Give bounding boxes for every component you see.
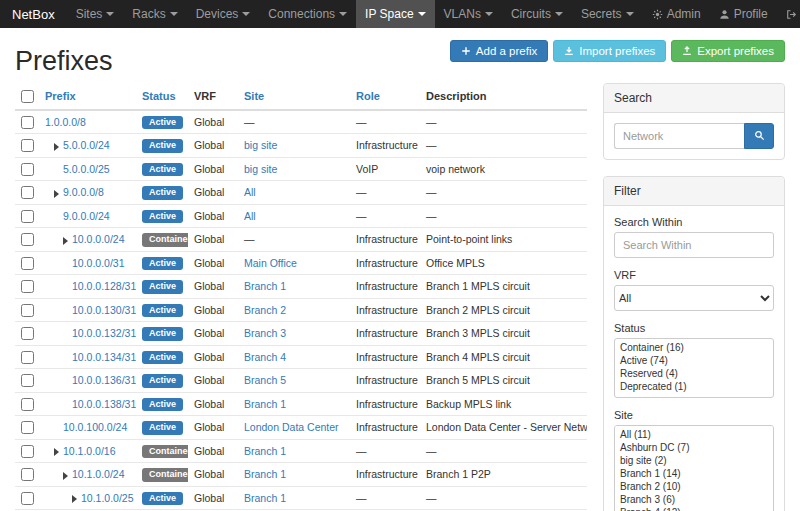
- add-prefix-button[interactable]: Add a prefix: [450, 40, 548, 62]
- tree-expand-icon: [63, 237, 68, 245]
- site-link[interactable]: Branch 5: [244, 374, 286, 386]
- filter-option[interactable]: Branch 3 (6): [615, 493, 773, 506]
- row-checkbox[interactable]: [21, 327, 34, 340]
- row-checkbox[interactable]: [21, 163, 34, 176]
- nav-item-racks[interactable]: Racks: [123, 0, 186, 28]
- prefix-link[interactable]: 10.0.0.134/31: [72, 351, 136, 363]
- prefix-link[interactable]: 9.0.0.0/8: [63, 186, 104, 198]
- filter-option[interactable]: Container (16): [615, 341, 773, 354]
- nav-item-circuits[interactable]: Circuits: [502, 0, 572, 28]
- prefix-link[interactable]: 5.0.0.0/25: [63, 163, 110, 175]
- search-button[interactable]: [744, 123, 774, 149]
- site-link[interactable]: Branch 2: [244, 304, 286, 316]
- filter-option[interactable]: Branch 4 (12): [615, 506, 773, 511]
- prefix-link[interactable]: 10.0.0.136/31: [72, 374, 136, 386]
- page-title: Prefixes: [15, 46, 113, 77]
- site-listbox[interactable]: All (11)Ashburn DC (7)big site (2)Branch…: [614, 425, 774, 511]
- import-prefixes-label: Import prefixes: [579, 45, 655, 57]
- status-badge: Active: [142, 186, 183, 200]
- search-within-label: Search Within: [614, 216, 774, 228]
- prefix-link[interactable]: 10.0.0.128/31: [72, 280, 136, 292]
- nav-item-log-out[interactable]: Log out: [777, 0, 800, 28]
- site-link[interactable]: Branch 4: [244, 351, 286, 363]
- table-row: 10.0.0.134/31ActiveGlobalBranch 4Infrast…: [15, 345, 587, 369]
- row-checkbox[interactable]: [21, 233, 34, 246]
- row-checkbox[interactable]: [21, 257, 34, 270]
- import-prefixes-button[interactable]: Import prefixes: [553, 40, 666, 62]
- filter-option[interactable]: Branch 2 (10): [615, 480, 773, 493]
- site-link[interactable]: Branch 1: [244, 468, 286, 480]
- prefix-link[interactable]: 10.1.0.0/16: [63, 445, 116, 457]
- search-within-input[interactable]: [614, 232, 774, 258]
- row-checkbox[interactable]: [21, 210, 34, 223]
- nav-item-profile[interactable]: Profile: [710, 0, 777, 28]
- nav-item-devices[interactable]: Devices: [187, 0, 260, 28]
- brand-link[interactable]: NetBox: [0, 0, 67, 28]
- row-checkbox[interactable]: [21, 139, 34, 152]
- column-header-status[interactable]: Status: [136, 83, 188, 110]
- row-checkbox[interactable]: [21, 468, 34, 481]
- select-all-checkbox[interactable]: [21, 90, 34, 103]
- nav-item-ip-space[interactable]: IP Space: [356, 0, 434, 28]
- prefix-link[interactable]: 1.0.0.0/8: [45, 116, 86, 128]
- vrf-select[interactable]: All: [614, 285, 774, 311]
- site-link[interactable]: big site: [244, 139, 277, 151]
- status-listbox[interactable]: Container (16)Active (74)Reserved (4)Dep…: [614, 338, 774, 398]
- site-link[interactable]: Branch 1: [244, 445, 286, 457]
- prefix-link[interactable]: 10.0.0.130/31: [72, 304, 136, 316]
- nav-item-secrets[interactable]: Secrets: [572, 0, 643, 28]
- prefix-link[interactable]: 10.0.0.138/31: [72, 398, 136, 410]
- column-header-site[interactable]: Site: [238, 83, 350, 110]
- row-checkbox[interactable]: [21, 421, 34, 434]
- site-link[interactable]: Main Office: [244, 257, 297, 269]
- site-link[interactable]: big site: [244, 163, 277, 175]
- table-row: 10.0.0.132/31ActiveGlobalBranch 3Infrast…: [15, 322, 587, 346]
- export-prefixes-button[interactable]: Export prefixes: [671, 40, 785, 62]
- main-menu: SitesRacksDevicesConnectionsIP SpaceVLAN…: [67, 0, 643, 28]
- status-badge: Container: [142, 468, 188, 482]
- row-checkbox[interactable]: [21, 280, 34, 293]
- site-link[interactable]: Branch 3: [244, 327, 286, 339]
- nav-item-connections[interactable]: Connections: [259, 0, 356, 28]
- site-link[interactable]: Branch 1: [244, 492, 286, 504]
- prefix-link[interactable]: 10.0.100.0/24: [63, 421, 127, 433]
- prefix-link[interactable]: 10.0.0.0/24: [72, 233, 125, 245]
- column-header-role[interactable]: Role: [350, 83, 420, 110]
- prefix-link[interactable]: 9.0.0.0/24: [63, 210, 110, 222]
- row-checkbox[interactable]: [21, 445, 34, 458]
- row-checkbox[interactable]: [21, 492, 34, 505]
- column-header-prefix[interactable]: Prefix: [39, 83, 136, 110]
- site-link[interactable]: London Data Center: [244, 421, 339, 433]
- prefix-link[interactable]: 10.0.0.132/31: [72, 327, 136, 339]
- row-checkbox[interactable]: [21, 186, 34, 199]
- filter-option[interactable]: Deprecated (1): [615, 380, 773, 393]
- export-icon: [682, 46, 692, 56]
- site-link[interactable]: All: [244, 210, 256, 222]
- column-header-vrf: VRF: [188, 83, 238, 110]
- search-input[interactable]: [614, 123, 744, 149]
- site-link[interactable]: All: [244, 186, 256, 198]
- filter-option[interactable]: Ashburn DC (7): [615, 441, 773, 454]
- filter-option[interactable]: All (11): [615, 428, 773, 441]
- row-checkbox[interactable]: [21, 116, 34, 129]
- prefix-link[interactable]: 10.1.0.0/24: [72, 468, 125, 480]
- filter-option[interactable]: Branch 1 (14): [615, 467, 773, 480]
- filter-option[interactable]: Active (74): [615, 354, 773, 367]
- user-icon: [719, 9, 730, 20]
- filter-option[interactable]: big site (2): [615, 454, 773, 467]
- row-checkbox[interactable]: [21, 398, 34, 411]
- nav-item-label: Sites: [76, 7, 103, 21]
- prefix-link[interactable]: 10.0.0.0/31: [72, 257, 125, 269]
- site-link[interactable]: Branch 1: [244, 280, 286, 292]
- nav-item-admin[interactable]: Admin: [643, 0, 710, 28]
- row-checkbox[interactable]: [21, 304, 34, 317]
- filter-option[interactable]: Reserved (4): [615, 367, 773, 380]
- row-checkbox[interactable]: [21, 374, 34, 387]
- prefix-link[interactable]: 10.1.0.0/25: [81, 492, 134, 504]
- prefix-link[interactable]: 5.0.0.0/24: [63, 139, 110, 151]
- chevron-down-icon: [242, 12, 250, 16]
- row-checkbox[interactable]: [21, 351, 34, 364]
- nav-item-vlans[interactable]: VLANs: [435, 0, 502, 28]
- nav-item-sites[interactable]: Sites: [67, 0, 124, 28]
- site-link[interactable]: Branch 1: [244, 398, 286, 410]
